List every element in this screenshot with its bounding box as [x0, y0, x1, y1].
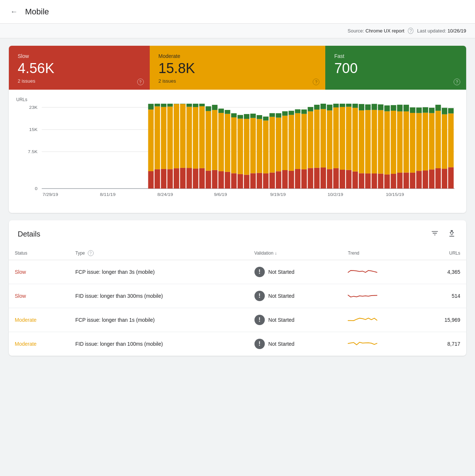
row-trend — [342, 260, 416, 284]
back-button[interactable]: ← — [9, 6, 19, 17]
speed-card: Slow 4.56K 2 issues ? Moderate 15.8K 2 i… — [9, 46, 466, 213]
svg-rect-96 — [333, 168, 339, 189]
row-trend — [342, 308, 416, 332]
svg-rect-137 — [416, 107, 422, 113]
svg-rect-54 — [244, 175, 249, 189]
svg-rect-21 — [174, 168, 179, 189]
svg-rect-36 — [205, 170, 211, 189]
svg-rect-87 — [314, 168, 320, 189]
table-row: SlowFID issue: longer than 300ms (mobile… — [9, 284, 466, 308]
svg-rect-31 — [193, 107, 198, 169]
svg-rect-16 — [161, 107, 166, 169]
svg-rect-71 — [276, 113, 281, 118]
svg-rect-52 — [238, 119, 243, 174]
status-value: Slow — [15, 293, 26, 299]
svg-rect-44 — [218, 108, 224, 113]
svg-rect-147 — [442, 169, 447, 189]
svg-rect-85 — [308, 111, 313, 168]
svg-rect-70 — [276, 118, 281, 172]
svg-rect-78 — [295, 169, 301, 189]
svg-rect-25 — [180, 104, 186, 168]
svg-rect-33 — [199, 168, 205, 189]
row-trend — [342, 332, 416, 356]
svg-rect-136 — [416, 113, 422, 171]
svg-rect-89 — [314, 105, 320, 110]
svg-rect-72 — [282, 170, 288, 189]
source-name: Chrome UX report — [365, 28, 404, 34]
main-content: Slow 4.56K 2 issues ? Moderate 15.8K 2 i… — [0, 38, 475, 370]
slow-issues: 2 issues — [18, 78, 141, 84]
row-type: FCP issue: longer than 3s (mobile) — [69, 260, 248, 284]
svg-rect-46 — [225, 114, 230, 172]
svg-rect-68 — [270, 113, 275, 117]
svg-rect-86 — [308, 107, 313, 111]
svg-rect-62 — [257, 115, 262, 119]
svg-rect-84 — [308, 168, 313, 189]
svg-rect-53 — [238, 115, 243, 119]
svg-rect-74 — [282, 111, 288, 116]
svg-rect-13 — [155, 106, 160, 169]
svg-rect-22 — [174, 104, 179, 169]
row-urls: 4,365 — [416, 260, 466, 284]
not-started-icon: ! — [254, 339, 265, 349]
fast-value: 700 — [334, 61, 457, 75]
not-started-icon: ! — [254, 291, 265, 301]
validation-status: Not Started — [268, 293, 295, 299]
svg-rect-39 — [212, 170, 218, 189]
svg-rect-108 — [359, 173, 364, 189]
slow-question-icon[interactable]: ? — [137, 79, 144, 85]
svg-rect-117 — [378, 174, 384, 189]
download-button[interactable] — [446, 228, 457, 241]
svg-rect-41 — [212, 105, 218, 110]
source-bar: Source: Chrome UX report ? Last updated:… — [0, 24, 475, 38]
svg-rect-75 — [288, 171, 294, 189]
svg-rect-79 — [295, 113, 301, 169]
row-urls: 15,969 — [416, 308, 466, 332]
svg-rect-146 — [436, 105, 441, 111]
svg-rect-105 — [353, 172, 358, 189]
svg-rect-80 — [295, 109, 301, 113]
details-table: Status Type ? Validation ↓ Trend URLs Sl… — [9, 246, 466, 356]
table-row: ModerateFID issue: longer than 100ms (mo… — [9, 332, 466, 356]
svg-rect-14 — [155, 104, 160, 106]
row-urls: 8,717 — [416, 332, 466, 356]
svg-rect-73 — [282, 116, 288, 170]
svg-rect-40 — [212, 110, 218, 170]
details-title: Details — [18, 230, 40, 238]
svg-rect-60 — [257, 173, 262, 189]
col-urls: URLs — [416, 246, 466, 260]
question-icon[interactable]: ? — [408, 28, 413, 34]
svg-rect-141 — [429, 169, 434, 189]
type-question-icon[interactable]: ? — [88, 250, 94, 256]
svg-rect-83 — [301, 110, 307, 114]
svg-rect-138 — [423, 170, 428, 189]
svg-rect-119 — [378, 104, 384, 110]
svg-rect-55 — [244, 119, 249, 175]
moderate-question-icon[interactable]: ? — [313, 79, 319, 85]
svg-rect-110 — [359, 104, 364, 110]
svg-rect-30 — [193, 169, 198, 189]
svg-rect-9 — [148, 171, 154, 189]
svg-rect-20 — [167, 104, 173, 107]
svg-rect-104 — [346, 104, 351, 107]
fast-question-icon[interactable]: ? — [454, 79, 460, 85]
slow-value: 4.56K — [18, 61, 141, 75]
svg-rect-95 — [327, 105, 332, 111]
last-updated-label: Last updated: — [417, 28, 446, 34]
source-label: Source: — [348, 28, 364, 34]
svg-rect-61 — [257, 119, 262, 173]
svg-rect-51 — [238, 174, 243, 189]
svg-rect-15 — [161, 169, 166, 189]
filter-button[interactable] — [429, 228, 440, 241]
svg-text:9/19/19: 9/19/19 — [270, 192, 286, 197]
svg-rect-98 — [333, 104, 339, 107]
col-validation[interactable]: Validation ↓ — [249, 246, 342, 260]
status-value: Slow — [15, 269, 26, 275]
svg-rect-126 — [397, 173, 403, 189]
row-trend — [342, 284, 416, 308]
svg-rect-151 — [448, 113, 454, 167]
validation-status: Not Started — [268, 317, 295, 323]
svg-rect-127 — [397, 111, 403, 173]
svg-rect-101 — [340, 104, 345, 107]
details-card: Details Status Type ? — [9, 220, 466, 356]
